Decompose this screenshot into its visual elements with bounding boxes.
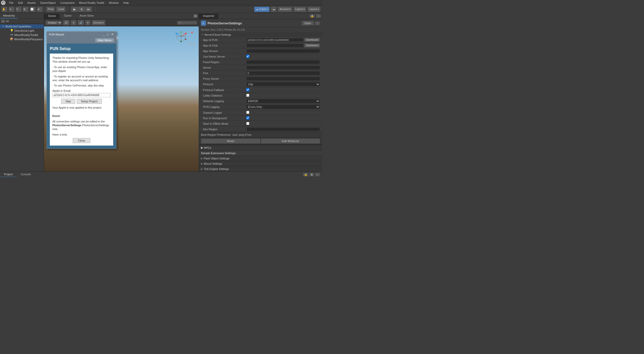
fixed-region-input[interactable] (246, 60, 320, 64)
wizard-minimize[interactable]: _ (102, 33, 105, 36)
lobby-stats-checkbox[interactable] (246, 94, 249, 97)
svg-point-21 (185, 33, 187, 34)
transform-tool[interactable]: ⊕ (37, 7, 43, 12)
layout-button[interactable]: Layout ▾ (307, 7, 320, 12)
wizard-maximize[interactable]: □ (106, 33, 109, 36)
project-tab[interactable]: Project (0, 172, 17, 177)
asset-store-tab[interactable]: Asset Store (75, 13, 98, 19)
pun-dashboard-btn[interactable]: Dashboard (304, 38, 320, 42)
open-button[interactable]: Open (302, 21, 314, 25)
main-menu-button[interactable]: Main Menu (95, 38, 114, 42)
network-logging-label: Network Logging (201, 100, 246, 103)
reset-whitelist-row: Reset Edit WhiteList (199, 138, 322, 145)
rpcs-section[interactable]: ▶ RPCs (199, 145, 322, 151)
inspector-panel: Inspector 🔒 ⋮ {} PhotonServerSettings Op… (199, 13, 322, 171)
proxy-server-input[interactable] (246, 77, 320, 81)
effects-button[interactable]: ✦ (85, 20, 91, 25)
inspector-lock-btn[interactable]: 🔒 (309, 14, 315, 18)
console-tab[interactable]: Console (17, 172, 35, 177)
scale-tool[interactable]: ⊞ (23, 7, 29, 12)
run-background-checkbox[interactable] (246, 116, 249, 119)
pause-button[interactable]: ⏸ (78, 7, 85, 12)
port-input[interactable] (246, 71, 320, 75)
wizard-close[interactable]: ✕ (110, 33, 114, 36)
audio-button[interactable]: 🔊 (77, 20, 84, 25)
menu-gameobject[interactable]: GameObject (38, 1, 58, 5)
rect-tool[interactable]: ⬜ (30, 7, 36, 12)
wizard-skip-btn[interactable]: Skip (61, 99, 75, 104)
server-input[interactable] (246, 66, 320, 70)
start-offline-checkbox[interactable] (246, 122, 249, 125)
menu-component[interactable]: Component (58, 1, 76, 5)
menu-file[interactable]: File (7, 1, 16, 5)
component-settings-btn[interactable]: ⋮ (315, 21, 320, 25)
use-name-server-checkbox[interactable] (246, 55, 249, 58)
app-version-input[interactable] (246, 49, 320, 53)
start-offline-value (246, 122, 320, 125)
app-id-chat-label: App Id Chat (201, 44, 246, 47)
tree-item-playspace[interactable]: 📦 MixedRealityPlayspace (0, 37, 44, 41)
app-version-value (246, 49, 320, 53)
three-dots[interactable]: ⋮ (40, 25, 43, 28)
tree-item-dirlight[interactable]: 💡 Directional Light (0, 28, 44, 33)
maximize-btn[interactable]: ⊞ (193, 14, 198, 18)
play-button[interactable]: ▶ (71, 7, 78, 12)
inspector-tab[interactable]: Inspector (199, 13, 218, 19)
menu-edit[interactable]: Edit (16, 1, 25, 5)
menu-help[interactable]: Help (121, 1, 131, 5)
edit-whitelist-button[interactable]: Edit WhiteList (261, 139, 320, 144)
2d-button[interactable]: 2D (63, 20, 70, 25)
mount-settings-row[interactable]: ▶ Mount Settings (199, 161, 322, 166)
scene-view[interactable]: Persp ✕ PUN Wizard _ □ ✕ Main Menu PUN (44, 26, 199, 171)
account-button[interactable]: Account ▾ (278, 7, 292, 12)
tree-item-multiuser[interactable]: ▼ MultiUserCapabilities ⋮ (0, 24, 44, 28)
server-cloud-header[interactable]: ▼ Server/Cloud Settings (199, 32, 322, 37)
dev-region-input[interactable] (246, 127, 320, 131)
hierarchy-add-btn[interactable]: + (1, 19, 5, 23)
wizard-title-label: PUN Wizard (49, 33, 64, 36)
hierarchy-tab[interactable]: Hierarchy (0, 13, 18, 19)
reset-button[interactable]: Reset (201, 139, 260, 144)
bottom-tab-actions: 🔒 ⊞ ⋮ (301, 172, 322, 177)
game-tab[interactable]: Game (60, 13, 75, 19)
pun-logging-select[interactable]: Errors Only Informational Full (246, 105, 320, 109)
protocol-fallback-checkbox[interactable] (246, 88, 249, 91)
unity-logo (1, 1, 6, 5)
wizard-setup-btn[interactable]: Setup Project (77, 99, 102, 104)
cloud-icon-btn[interactable]: ☁ (271, 7, 277, 12)
bottom-expand-btn[interactable]: ⊞ (309, 173, 314, 176)
pivot-button[interactable]: Pivot (46, 7, 55, 12)
scene-tab[interactable]: Scene (44, 13, 60, 19)
gizmos-button[interactable]: Gizmos ▾ (92, 20, 106, 25)
menu-assets[interactable]: Assets (25, 1, 38, 5)
app-id-chat-input[interactable] (246, 43, 304, 48)
collab-button[interactable]: ☁ Collab ▾ (254, 7, 270, 12)
step-button[interactable]: ⏭ (85, 7, 92, 12)
app-id-pun-input[interactable] (246, 38, 304, 42)
chat-dashboard-btn[interactable]: Dashboard (304, 43, 320, 48)
support-logger-checkbox[interactable] (246, 111, 249, 114)
pack-object-row[interactable]: ▶ Pack Object Settings (199, 156, 322, 161)
move-tool[interactable]: ✛ (9, 7, 15, 12)
wizard-close-btn[interactable]: Close (73, 138, 90, 143)
network-logging-select[interactable]: ERROR WARNING INFO ALL (246, 99, 320, 103)
wizard-appid-input[interactable] (52, 93, 111, 97)
pun-logging-row: PUN Logging Errors Only Informational Fu… (199, 104, 322, 110)
lighting-button[interactable]: ☀ (71, 20, 76, 25)
bottom-lock-btn[interactable]: 🔒 (303, 173, 308, 176)
inspector-more-btn[interactable]: ⋮ (316, 14, 321, 18)
tree-item-mrtk[interactable]: 🎮 MixedRealityToolkit (0, 33, 44, 37)
toolbar: ✋ ✛ ↻ ⊞ ⬜ ⊕ Pivot Local ▶ ⏸ ⏭ ☁ Collab ▾… (0, 6, 322, 13)
rotate-tool[interactable]: ↻ (16, 7, 22, 12)
menu-window[interactable]: Window (107, 1, 120, 5)
layers-button[interactable]: Layers ▾ (293, 7, 306, 12)
bottom-more-btn[interactable]: ⋮ (315, 173, 320, 176)
shading-dropdown[interactable]: Shaded (46, 21, 62, 25)
menu-mrtk[interactable]: Mixed Reality Toolkit (77, 1, 106, 5)
hand-tool[interactable]: ✋ (2, 7, 8, 12)
protocol-select[interactable]: Udp Tcp WebSocket WebSocketSecure (246, 82, 320, 86)
hierarchy-toolbar: + All (0, 19, 44, 24)
tick-engine-row[interactable]: ▶ Tick Engine Settings (199, 166, 322, 171)
scene-search[interactable] (177, 21, 197, 25)
local-button[interactable]: Local (56, 7, 66, 12)
